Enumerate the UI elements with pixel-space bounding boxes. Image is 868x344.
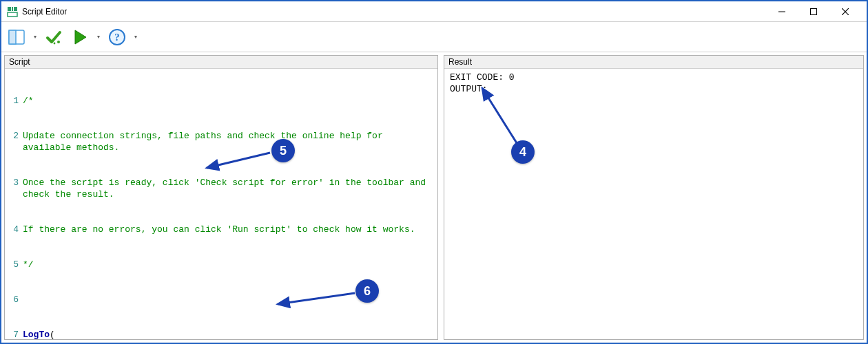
window-controls [766, 1, 861, 22]
svg-point-10 [57, 41, 60, 43]
help-button[interactable]: ? [106, 26, 128, 48]
svg-rect-9 [9, 30, 16, 44]
close-button[interactable] [829, 1, 861, 22]
svg-point-11 [54, 42, 56, 44]
minimize-button[interactable] [766, 1, 798, 22]
svg-rect-5 [811, 8, 817, 14]
new-tab-dropdown-icon[interactable]: ▾ [32, 26, 39, 48]
toolbar: ▾ ▾ ? ▾ [1, 22, 867, 52]
script-panel-header: Script [5, 56, 437, 69]
svg-text:?: ? [114, 32, 120, 43]
svg-rect-2 [14, 7, 17, 11]
run-script-dropdown-icon[interactable]: ▾ [95, 26, 102, 48]
svg-rect-3 [8, 12, 17, 17]
svg-line-17 [278, 293, 355, 304]
run-script-button[interactable] [69, 26, 91, 48]
app-icon [7, 6, 18, 17]
svg-rect-1 [12, 7, 13, 11]
svg-line-16 [207, 153, 270, 168]
new-tab-button[interactable] [6, 26, 28, 48]
callout-badge: 6 [355, 279, 379, 303]
result-panel-header: Result [444, 56, 863, 69]
svg-marker-12 [75, 30, 86, 44]
callout-badge: 4 [511, 140, 535, 164]
window-title: Script Editor [22, 7, 67, 17]
svg-rect-0 [8, 7, 11, 11]
help-dropdown-icon[interactable]: ▾ [132, 26, 139, 48]
svg-line-15 [482, 88, 518, 145]
main-area: Script 1/* 2Update connection strings, f… [1, 52, 867, 343]
callout-badge: 5 [271, 139, 295, 162]
callout-arrow-icon [201, 147, 277, 175]
callout-arrow-icon [273, 290, 360, 311]
maximize-button[interactable] [798, 1, 829, 22]
titlebar: Script Editor [1, 1, 867, 22]
check-script-button[interactable] [43, 26, 65, 48]
